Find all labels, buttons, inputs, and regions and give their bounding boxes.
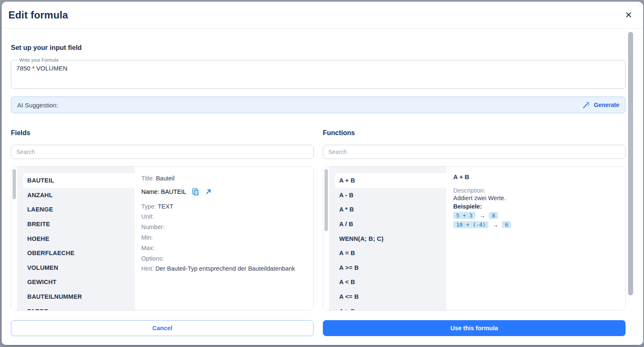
field-item[interactable]: HOEHE <box>23 231 135 246</box>
function-title: A + B <box>453 173 618 180</box>
field-min-row: Min: <box>141 232 306 243</box>
field-hint-row: Hint: Der Bauteil-Typ entsprechend der B… <box>141 264 306 274</box>
edit-formula-dialog: Edit formula ✕ Set up your input field W… <box>2 2 643 345</box>
arrow-right-glyph: → <box>492 222 498 228</box>
field-item[interactable]: FARBE <box>23 304 135 310</box>
field-title-label: Title: <box>141 175 154 182</box>
functions-list-scrollbar[interactable] <box>323 167 329 310</box>
function-item[interactable]: A <= B <box>335 290 447 304</box>
example-result-chip: 8 <box>489 212 498 219</box>
field-detail-panel: Title: Bauteil Name: BAUTEIL <box>135 167 313 310</box>
function-description-label: Description: <box>453 187 618 194</box>
field-max-row: Max: <box>141 243 306 253</box>
function-item[interactable]: A >= B <box>335 261 447 275</box>
functions-search-input[interactable] <box>323 145 626 159</box>
field-unit-row: Unit: <box>141 211 306 222</box>
field-item[interactable]: VOLUMEN <box>23 261 135 275</box>
field-type-row: Type: TEXT <box>141 201 306 212</box>
fields-list-scrollbar-thumb[interactable] <box>13 169 16 199</box>
generate-button-label: Generate <box>594 102 619 108</box>
arrow-right-glyph: → <box>479 212 485 219</box>
function-item[interactable]: A * B <box>335 202 447 217</box>
field-title-value: Bauteil <box>156 175 174 182</box>
dialog-scrollbar-thumb[interactable] <box>628 32 633 295</box>
field-item[interactable]: LAENGE <box>23 202 135 217</box>
example-row: 5 + 3 → 8 <box>453 212 618 219</box>
formula-field[interactable]: Write your Formula 7850 * VOLUMEN <box>11 57 626 89</box>
dialog-body: Set up your input field Write your Formu… <box>2 29 643 345</box>
function-item[interactable]: A + B <box>335 173 447 188</box>
dialog-title: Edit formula <box>8 9 68 21</box>
functions-list: A + BA - BA * BA / BWENN(A; B; C)A = BA … <box>329 167 447 310</box>
generate-button[interactable]: Generate <box>582 101 619 109</box>
function-item[interactable]: A > B <box>335 304 447 310</box>
functions-panel: A + BA - BA * BA / BWENN(A; B; C)A = BA … <box>323 166 626 310</box>
functions-list-scrollbar-thumb[interactable] <box>325 169 328 231</box>
function-item[interactable]: A < B <box>335 275 447 290</box>
screen: Edit formula ✕ Set up your input field W… <box>0 0 644 347</box>
function-examples: 5 + 3 → 8 10 + (-4) → 6 <box>453 212 618 228</box>
formula-field-label: Write your Formula <box>17 57 60 63</box>
field-item[interactable]: BAUTEIL <box>23 173 135 188</box>
ai-suggestion-bar: AI Suggestion: Generate <box>11 97 626 113</box>
example-expression-chip: 10 + (-4) <box>453 221 488 228</box>
function-item[interactable]: A = B <box>335 246 447 261</box>
setup-heading: Set up your input field <box>11 44 626 52</box>
function-examples-label: Beispiele: <box>453 203 618 210</box>
function-description: Addiert zwei Werte. <box>453 195 618 201</box>
open-external-icon[interactable] <box>205 188 212 196</box>
field-number-row: Number: <box>141 222 306 232</box>
field-name-row: Name: BAUTEIL <box>141 187 306 197</box>
magic-wand-icon <box>582 101 590 109</box>
cancel-button[interactable]: Cancel <box>11 320 314 336</box>
field-name-label: Name: <box>141 188 159 195</box>
dialog-header: Edit formula ✕ <box>2 2 643 29</box>
fields-column: Fields BAUTEILANZAHLLAENGEBREITEHOEHEOBE… <box>11 129 314 310</box>
ai-suggestion-label: AI Suggestion: <box>17 102 58 109</box>
pickers-area: Fields BAUTEILANZAHLLAENGEBREITEHOEHEOBE… <box>11 129 626 310</box>
formula-value[interactable]: 7850 * VOLUMEN <box>16 65 620 72</box>
function-item[interactable]: A - B <box>335 188 447 203</box>
fields-search-input[interactable] <box>11 145 314 159</box>
field-item[interactable]: BREITE <box>23 217 135 232</box>
fields-heading: Fields <box>11 129 314 137</box>
fields-panel: BAUTEILANZAHLLAENGEBREITEHOEHEOBERFLAECH… <box>11 166 314 310</box>
fields-list: BAUTEILANZAHLLAENGEBREITEHOEHEOBERFLAECH… <box>17 167 135 310</box>
function-detail-panel: A + B Description: Addiert zwei Werte. B… <box>447 167 625 310</box>
functions-column: Functions A + BA - BA * BA / BWENN(A; B;… <box>323 129 626 310</box>
example-row: 10 + (-4) → 6 <box>453 221 618 228</box>
field-options-row: Options: <box>141 253 306 264</box>
fields-list-scrollbar[interactable] <box>11 167 17 310</box>
copy-icon[interactable] <box>191 188 200 196</box>
functions-heading: Functions <box>323 129 626 137</box>
example-expression-chip: 5 + 3 <box>453 212 475 219</box>
close-icon[interactable]: ✕ <box>623 9 634 21</box>
function-item[interactable]: A / B <box>335 217 447 232</box>
field-item[interactable]: BAUTEILNUMMER <box>23 290 135 304</box>
use-formula-button[interactable]: Use this formula <box>323 320 626 336</box>
field-name-value: BAUTEIL <box>161 188 186 195</box>
field-title-row: Title: Bauteil <box>141 173 306 184</box>
field-item[interactable]: ANZAHL <box>23 188 135 203</box>
example-result-chip: 6 <box>502 221 511 228</box>
field-item[interactable]: OBERFLAECHE <box>23 246 135 261</box>
function-item[interactable]: WENN(A; B; C) <box>335 231 447 246</box>
dialog-footer: Cancel Use this formula <box>11 320 626 336</box>
field-item[interactable]: GEWICHT <box>23 275 135 290</box>
